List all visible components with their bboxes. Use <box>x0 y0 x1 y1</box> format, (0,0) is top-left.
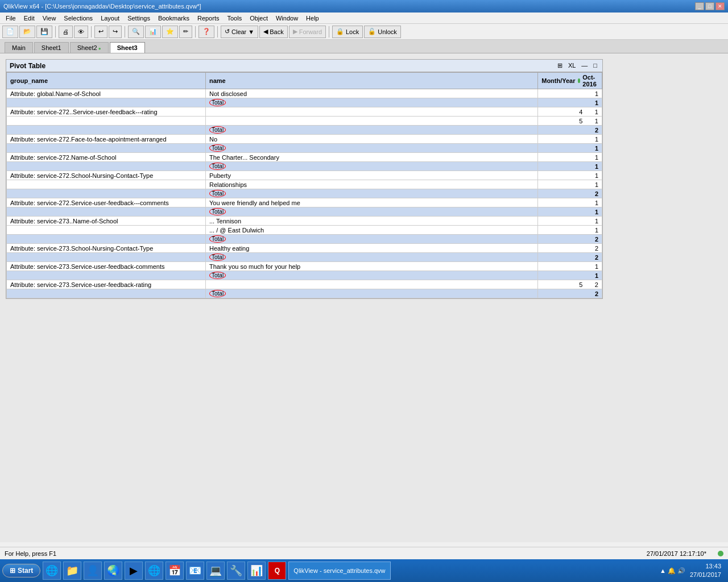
taskbar-excel[interactable]: 📊 <box>247 562 266 580</box>
chart-button[interactable]: 📊 <box>145 26 161 38</box>
taskbar-explorer[interactable]: 📁 <box>63 562 81 580</box>
open-button[interactable]: 📂 <box>19 26 35 38</box>
minimize-button[interactable]: _ <box>695 2 704 10</box>
cell-name: ... Tennison <box>206 217 538 226</box>
cell-group <box>7 117 206 126</box>
menu-reports[interactable]: Reports <box>194 14 223 23</box>
taskbar-active-app[interactable]: QlikView - service_attributes.qvw <box>288 562 390 580</box>
cell-value: 1 <box>538 153 602 162</box>
cell-group <box>7 180 206 189</box>
menu-selections[interactable]: Selections <box>60 14 96 23</box>
cell-value: 1 <box>538 217 602 226</box>
taskbar-media[interactable]: ▶ <box>125 562 143 580</box>
search-button[interactable]: 🔍 <box>128 26 144 38</box>
redo-button[interactable]: ↪ <box>109 26 122 38</box>
taskbar: ⊞ Start 🌐 📁 👤 🌏 ▶ 🌐 📅 📧 💻 🔧 📊 Q QlikView… <box>0 559 728 582</box>
help2-button[interactable]: ❓ <box>198 26 214 38</box>
active-indicator <box>578 78 581 83</box>
taskbar-calendar[interactable]: 📅 <box>166 562 184 580</box>
cell-name: Total <box>206 271 538 280</box>
table-row: Relationships 1 <box>7 180 602 189</box>
cell-group <box>7 189 206 198</box>
tab-sheet2[interactable]: Sheet2 <box>70 42 109 53</box>
taskbar-globe[interactable]: 🌏 <box>104 562 122 580</box>
taskbar-ie[interactable]: 🌐 <box>145 562 163 580</box>
pivot-xl-button[interactable]: XL <box>566 61 577 70</box>
menu-file[interactable]: File <box>2 14 19 23</box>
pivot-title-bar: Pivot Table ⊞ XL — □ <box>6 60 602 72</box>
col-header-month: Month/Year Oct-2016 <box>538 73 602 89</box>
cell-value: 1 <box>538 135 602 144</box>
table-row: Total 2 <box>7 289 602 298</box>
total-label: Total <box>209 290 226 297</box>
cell-value: 1 <box>538 144 602 153</box>
forward-icon: ▶ <box>293 28 297 35</box>
menu-view[interactable]: View <box>39 14 60 23</box>
separator-5 <box>217 26 218 38</box>
cell-value: 5 1 <box>538 117 602 126</box>
pivot-minimize-button[interactable]: — <box>580 61 589 70</box>
cell-name: You were friendly and helped me <box>206 198 538 207</box>
cell-value: 2 <box>538 189 602 198</box>
cell-value: 2 <box>538 253 602 262</box>
total-label: Total <box>209 99 226 106</box>
menu-layout[interactable]: Layout <box>97 14 123 23</box>
print-button[interactable]: 🖨 <box>59 26 73 38</box>
col-header-name: name <box>206 73 538 89</box>
menu-bookmarks[interactable]: Bookmarks <box>155 14 193 23</box>
cell-name: Puberty <box>206 171 538 180</box>
cell-name: Total <box>206 253 538 262</box>
unlock-button[interactable]: 🔓 Unlock <box>364 26 401 38</box>
tab-sheet1[interactable]: Sheet1 <box>34 42 69 53</box>
title-bar: QlikView x64 - [C:\Users\jonnagaddav\Des… <box>0 0 728 13</box>
close-button[interactable]: ✕ <box>715 2 725 10</box>
pivot-expand-button[interactable]: ⊞ <box>556 61 564 70</box>
taskbar-network[interactable]: 💻 <box>206 562 225 580</box>
menu-settings[interactable]: Settings <box>124 14 154 23</box>
clear-label: Clear <box>231 28 246 35</box>
save-button[interactable]: 💾 <box>36 26 52 38</box>
taskbar-outlook[interactable]: 📧 <box>186 562 204 580</box>
cell-group <box>7 289 206 298</box>
taskbar-tools[interactable]: 🔧 <box>227 562 245 580</box>
forward-button[interactable]: ▶ Forward <box>289 26 326 38</box>
taskbar-user[interactable]: 👤 <box>84 562 102 580</box>
taskbar-chrome[interactable]: 🌐 <box>43 562 61 580</box>
back-button[interactable]: ◀ Back <box>259 26 287 38</box>
cell-name: The Charter... Secondary <box>206 153 538 162</box>
new-button[interactable]: 📄 <box>2 26 18 38</box>
lock-label: Lock <box>346 28 359 35</box>
cell-name <box>206 107 538 117</box>
taskbar-qlik[interactable]: Q <box>268 562 286 580</box>
menu-tools[interactable]: Tools <box>224 14 245 23</box>
menu-window[interactable]: Window <box>272 14 301 23</box>
cell-value: 1 <box>538 162 602 171</box>
total-label: Total <box>209 253 226 261</box>
preview-button[interactable]: 👁 <box>74 26 88 38</box>
back-label: Back <box>270 28 283 35</box>
cell-group: Attribute: global.Name-of-School <box>7 89 206 98</box>
restore-button[interactable]: □ <box>705 2 714 10</box>
menu-object[interactable]: Object <box>246 14 271 23</box>
tab-sheet3[interactable]: Sheet3 <box>110 42 145 53</box>
lock-button[interactable]: 🔒 Lock <box>332 26 363 38</box>
table-row: Attribute: service-272..Service-user-fee… <box>7 107 602 117</box>
start-button[interactable]: ⊞ Start <box>2 564 40 577</box>
tab-main[interactable]: Main <box>5 42 33 53</box>
cell-value: 1 <box>538 271 602 280</box>
cell-group: Attribute: service-273.Service-user-feed… <box>7 280 206 289</box>
cell-name: Total <box>206 162 538 171</box>
start-label: Start <box>18 567 33 575</box>
cell-name: Total <box>206 126 538 135</box>
edit2-button[interactable]: ✏ <box>179 26 192 38</box>
help-text: For Help, press F1 <box>5 550 56 557</box>
separator-4 <box>195 26 196 38</box>
menu-edit[interactable]: Edit <box>20 14 38 23</box>
clear-button[interactable]: ↺ Clear ▼ <box>221 26 258 38</box>
undo-button[interactable]: ↩ <box>94 26 107 38</box>
menu-help[interactable]: Help <box>303 14 322 23</box>
forward-label: Forward <box>299 28 322 35</box>
star-button[interactable]: ⭐ <box>162 26 178 38</box>
pivot-maximize-button[interactable]: □ <box>592 61 599 70</box>
unlock-label: Unlock <box>378 28 397 35</box>
